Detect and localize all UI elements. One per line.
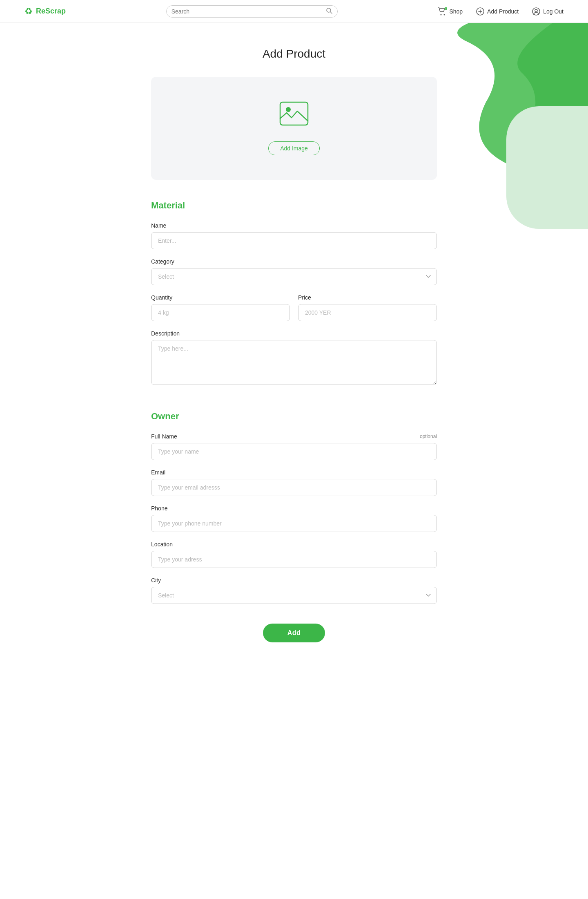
location-input[interactable] [151, 551, 437, 568]
price-label: Price [298, 294, 437, 301]
search-button[interactable] [326, 7, 332, 16]
quantity-price-row: Quantity Price [151, 294, 437, 330]
image-upload-area: Add Image [151, 77, 437, 180]
svg-point-3 [444, 14, 445, 15]
email-label: Email [151, 469, 437, 476]
page-title: Add Product [151, 47, 437, 60]
shop-link[interactable]: 1 Shop [438, 7, 463, 16]
city-field-group: City Select [151, 577, 437, 604]
quantity-input[interactable] [151, 304, 290, 321]
main-content: Add Product Add Image Material Name Cate… [143, 23, 445, 675]
logo-text: ReScrap [36, 7, 66, 16]
svg-point-2 [441, 14, 442, 15]
city-label: City [151, 577, 437, 584]
image-placeholder-icon [279, 101, 309, 132]
city-select[interactable]: Select [151, 587, 437, 604]
price-input[interactable] [298, 304, 437, 321]
category-label: Category [151, 258, 437, 265]
svg-point-12 [286, 107, 291, 112]
logout-link[interactable]: Log Out [532, 7, 564, 16]
search-icon [326, 7, 332, 14]
wave-bottom-decoration [506, 106, 588, 229]
fullname-field-group: Full Name optional [151, 433, 437, 460]
logout-icon [532, 7, 541, 16]
logo: ♻ ReScrap [24, 6, 66, 17]
add-product-label: Add Product [487, 8, 519, 15]
add-product-link[interactable]: Add Product [476, 7, 519, 16]
name-input[interactable] [151, 232, 437, 249]
navbar: ♻ ReScrap 1 Shop [0, 0, 588, 23]
search-bar [166, 5, 338, 18]
description-field-group: Description [151, 330, 437, 387]
phone-input[interactable] [151, 515, 437, 532]
add-product-icon [476, 7, 485, 16]
material-section-title: Material [151, 200, 437, 211]
shop-icon: 1 [438, 7, 447, 16]
svg-rect-11 [280, 102, 308, 125]
category-select[interactable]: Select [151, 268, 437, 285]
image-icon [279, 101, 309, 126]
category-field-group: Category Select [151, 258, 437, 285]
name-field-group: Name [151, 222, 437, 249]
svg-point-10 [535, 9, 537, 12]
add-image-button[interactable]: Add Image [268, 141, 320, 155]
quantity-label: Quantity [151, 294, 290, 301]
svg-line-1 [330, 12, 332, 13]
nav-links: 1 Shop Add Product Log Out [438, 7, 564, 16]
shop-label: Shop [449, 8, 463, 15]
quantity-field-group: Quantity [151, 294, 290, 321]
svg-text:1: 1 [445, 7, 447, 10]
logo-icon: ♻ [24, 6, 33, 17]
submit-button[interactable]: Add [263, 624, 325, 642]
phone-label: Phone [151, 505, 437, 512]
owner-section-title: Owner [151, 411, 437, 422]
description-textarea[interactable] [151, 340, 437, 385]
price-field-group: Price [298, 294, 437, 321]
location-label: Location [151, 541, 437, 548]
search-input[interactable] [172, 8, 326, 15]
logout-label: Log Out [543, 8, 564, 15]
fullname-input[interactable] [151, 443, 437, 460]
email-input[interactable] [151, 479, 437, 496]
email-field-group: Email [151, 469, 437, 496]
fullname-label: Full Name [151, 433, 177, 440]
material-section: Material Name Category Select Quantity P… [151, 200, 437, 387]
fullname-label-row: Full Name optional [151, 433, 437, 440]
submit-area: Add [151, 624, 437, 642]
fullname-optional: optional [420, 434, 437, 439]
phone-field-group: Phone [151, 505, 437, 532]
location-field-group: Location [151, 541, 437, 568]
description-label: Description [151, 330, 437, 337]
name-label: Name [151, 222, 437, 229]
owner-section: Owner Full Name optional Email Phone Loc… [151, 411, 437, 604]
